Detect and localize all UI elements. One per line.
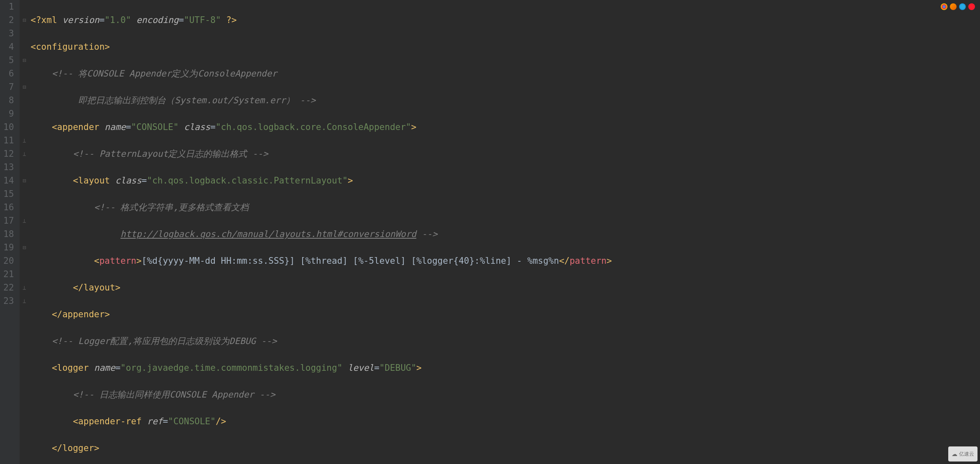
line-number: 21 [3,268,14,281]
chrome-icon[interactable] [941,3,947,10]
cloud-icon: ☁ [952,447,957,461]
code-line: <configuration> [31,40,980,54]
fold-marker-icon[interactable]: ⊟ [20,241,29,254]
code-line: <?xml version="1.0" encoding="UTF-8" ?> [31,13,980,27]
line-number: 8 [3,94,14,107]
line-number: 16 [3,201,14,214]
comment-link[interactable]: http://logback.qos.ch/manual/layouts.htm… [120,229,416,239]
firefox-icon[interactable] [950,3,957,10]
line-number: 12 [3,147,14,161]
code-line: <!-- Logger配置,将应用包的日志级别设为DEBUG --> [31,334,980,348]
fold-marker-icon[interactable]: ⊟ [20,174,29,187]
line-number: 23 [3,294,14,308]
code-line: http://logback.qos.ch/manual/layouts.htm… [31,227,980,241]
line-number: 10 [3,120,14,134]
line-number: 4 [3,40,14,54]
line-number: 20 [3,254,14,268]
fold-marker-icon[interactable] [20,0,29,13]
line-number: 3 [3,27,14,40]
fold-end-icon[interactable]: ⊥ [20,281,29,294]
code-line: <pattern>[%d{yyyy-MM-dd HH:mm:ss.SSS}] [… [31,254,980,268]
code-line: </appender> [31,308,980,321]
code-line: <!-- 日志输出同样使用CONSOLE Appender --> [31,388,980,401]
line-number: 9 [3,107,14,120]
line-number: 11 [3,134,14,147]
code-area[interactable]: <?xml version="1.0" encoding="UTF-8" ?> … [29,0,980,464]
line-number: 13 [3,161,14,174]
code-line: <appender name="CONSOLE" class="ch.qos.l… [31,120,980,134]
line-number: 22 [3,281,14,294]
fold-end-icon[interactable]: ⊥ [20,214,29,227]
fold-gutter: ⊟ ⊟ ⊟ ⊥ ⊥ ⊟ ⊥ ⊟ ⊥ ⊥ [20,0,29,464]
fold-marker-icon[interactable]: ⊟ [20,80,29,94]
opera-icon[interactable] [968,3,975,10]
code-line: 即把日志输出到控制台（System.out/System.err） --> [31,94,980,107]
code-line: <appender-ref ref="CONSOLE"/> [31,415,980,428]
fold-end-icon[interactable]: ⊥ [20,294,29,308]
code-line: </layout> [31,281,980,294]
code-line: <logger name="org.javaedge.time.commonmi… [31,361,980,375]
code-line: <!-- 格式化字符串,更多格式查看文档 [31,201,980,214]
code-line: <!-- 将CONSOLE Appender定义为ConsoleAppender [31,67,980,80]
line-number: 5 [3,54,14,67]
line-number: 1 [3,0,14,13]
code-line: <!-- PatternLayout定义日志的输出格式 --> [31,147,980,161]
fold-marker-icon[interactable]: ⊟ [20,54,29,67]
fold-marker-icon[interactable]: ⊟ [20,13,29,27]
fold-end-icon[interactable]: ⊥ [20,134,29,147]
code-line: <layout class="ch.qos.logback.classic.Pa… [31,174,980,187]
line-number: 7 [3,80,14,94]
fold-end-icon[interactable]: ⊥ [20,147,29,161]
line-number: 15 [3,187,14,201]
code-line: </logger> [31,441,980,455]
watermark-text: 亿速云 [959,447,974,461]
line-number: 2 [3,13,14,27]
line-number: 19 [3,241,14,254]
line-number: 6 [3,67,14,80]
line-number: 17 [3,214,14,227]
browser-icons-toolbar [941,3,975,10]
line-number: 18 [3,227,14,241]
line-number: 14 [3,174,14,187]
edge-icon[interactable] [959,3,966,10]
line-number-gutter: 1 2 3 4 5 6 7 8 9 10 11 12 13 14 15 16 1… [0,0,20,464]
code-editor: 1 2 3 4 5 6 7 8 9 10 11 12 13 14 15 16 1… [0,0,980,464]
watermark-badge: ☁ 亿速云 [948,446,977,461]
